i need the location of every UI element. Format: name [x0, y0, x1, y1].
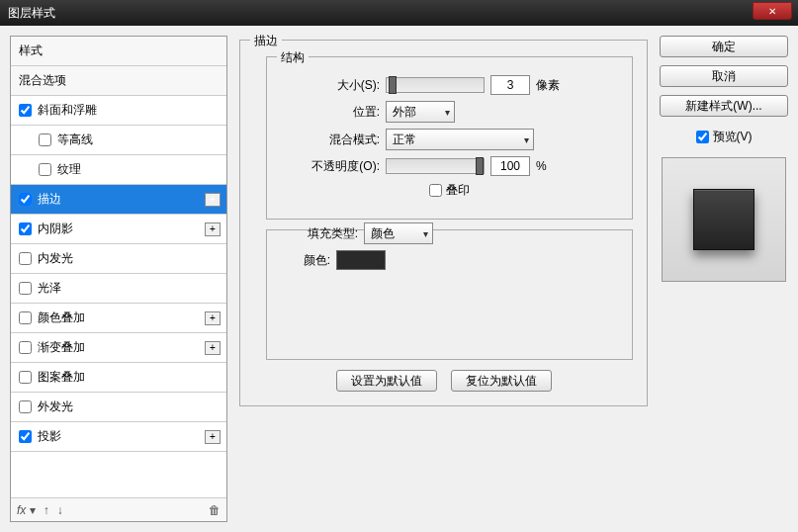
label: 纹理	[57, 161, 81, 178]
label: 斜面和浮雕	[38, 102, 97, 119]
add-icon[interactable]: +	[205, 193, 221, 207]
opacity-unit: %	[536, 159, 547, 173]
opacity-row: 不透明度(O): %	[281, 156, 618, 176]
checkbox[interactable]	[19, 193, 32, 206]
styles-sidebar: 样式 混合选项 斜面和浮雕 等高线 纹理 描边 +	[10, 36, 227, 522]
checkbox[interactable]	[19, 341, 32, 354]
stroke-fieldset: 描边 结构 大小(S): 像素 位置: 外部 混合模式:	[239, 40, 648, 406]
opacity-input[interactable]	[490, 156, 530, 176]
dialog-body: 样式 混合选项 斜面和浮雕 等高线 纹理 描边 +	[0, 26, 798, 532]
size-slider[interactable]	[386, 77, 485, 93]
fx-icon[interactable]: fx ▾	[17, 503, 36, 517]
sidebar-item-styles[interactable]: 样式	[11, 37, 226, 66]
checkbox[interactable]	[19, 104, 32, 117]
opacity-slider[interactable]	[386, 158, 485, 174]
panel-title: 描边	[250, 33, 282, 49]
trash-icon[interactable]: 🗑	[209, 503, 221, 517]
add-icon[interactable]: +	[205, 341, 221, 355]
checkbox[interactable]	[429, 184, 442, 197]
preview-box	[662, 157, 786, 282]
label: 外发光	[38, 399, 73, 415]
structure-fieldset: 结构 大小(S): 像素 位置: 外部 混合模式: 正常	[266, 56, 633, 220]
layer-style-dialog: 图层样式 ✕ 样式 混合选项 斜面和浮雕 等高线 纹理	[0, 0, 798, 532]
fill-fieldset: 填充类型: 颜色 颜色:	[266, 229, 633, 360]
label: 内阴影	[38, 221, 73, 237]
filltype-select[interactable]: 颜色	[364, 222, 433, 244]
label: 内发光	[38, 250, 73, 267]
color-row: 颜色:	[281, 250, 618, 270]
label: 光泽	[38, 280, 61, 297]
color-label: 颜色:	[281, 252, 330, 269]
color-swatch[interactable]	[336, 250, 386, 270]
label: 混合选项	[19, 72, 66, 89]
blend-select[interactable]: 正常	[386, 129, 534, 150]
size-label: 大小(S):	[281, 77, 380, 94]
add-icon[interactable]: +	[205, 311, 221, 325]
up-icon[interactable]: ↑	[44, 503, 49, 517]
sidebar-item-outer-glow[interactable]: 外发光	[11, 393, 226, 422]
sidebar-item-inner-shadow[interactable]: 内阴影 +	[11, 215, 226, 244]
sidebar-item-drop-shadow[interactable]: 投影 +	[11, 422, 226, 452]
label: 等高线	[57, 132, 93, 148]
label: 图案叠加	[38, 369, 85, 386]
ok-button[interactable]: 确定	[660, 36, 788, 57]
sidebar-item-texture[interactable]: 纹理	[11, 155, 226, 185]
close-button[interactable]: ✕	[753, 2, 792, 20]
checkbox[interactable]	[19, 371, 32, 384]
cancel-button[interactable]: 取消	[660, 65, 788, 87]
checkbox[interactable]	[19, 400, 32, 413]
sidebar-item-gradient-overlay[interactable]: 渐变叠加 +	[11, 333, 226, 363]
sidebar-footer: fx ▾ ↑ ↓ 🗑	[11, 497, 226, 521]
checkbox[interactable]	[19, 282, 32, 295]
size-unit: 像素	[536, 77, 560, 94]
label: 描边	[38, 191, 61, 208]
structure-title: 结构	[277, 49, 309, 66]
sidebar-item-bevel[interactable]: 斜面和浮雕	[11, 96, 226, 126]
preview-check[interactable]: 预览(V)	[660, 129, 788, 145]
position-label: 位置:	[281, 104, 380, 121]
sidebar-item-inner-glow[interactable]: 内发光	[11, 244, 226, 274]
checkbox[interactable]	[19, 222, 32, 235]
set-default-button[interactable]: 设置为默认值	[336, 370, 437, 392]
overprint-row: 叠印	[281, 182, 618, 199]
blend-label: 混合模式:	[281, 132, 380, 148]
new-style-button[interactable]: 新建样式(W)...	[660, 95, 788, 117]
checkbox[interactable]	[19, 430, 32, 443]
sidebar-item-pattern-overlay[interactable]: 图案叠加	[11, 363, 226, 393]
checkbox[interactable]	[19, 252, 32, 265]
add-icon[interactable]: +	[205, 430, 221, 444]
label: 样式	[19, 43, 43, 59]
default-buttons: 设置为默认值 复位为默认值	[254, 370, 633, 392]
position-row: 位置: 外部	[281, 101, 618, 123]
checkbox[interactable]	[696, 131, 709, 143]
add-icon[interactable]: +	[205, 222, 221, 236]
label: 颜色叠加	[38, 310, 85, 326]
filltype-row: 填充类型: 颜色	[281, 222, 618, 244]
size-row: 大小(S): 像素	[281, 75, 618, 95]
sidebar-item-blending[interactable]: 混合选项	[11, 66, 226, 96]
checkbox[interactable]	[39, 133, 51, 146]
position-select[interactable]: 外部	[386, 101, 455, 123]
sidebar-item-satin[interactable]: 光泽	[11, 274, 226, 304]
titlebar[interactable]: 图层样式 ✕	[0, 0, 798, 26]
sidebar-item-contour[interactable]: 等高线	[11, 126, 226, 155]
main-panel: 描边 结构 大小(S): 像素 位置: 外部 混合模式:	[239, 36, 648, 522]
blend-row: 混合模式: 正常	[281, 129, 618, 150]
size-input[interactable]	[490, 75, 530, 95]
down-icon[interactable]: ↓	[57, 503, 63, 517]
label: 投影	[38, 428, 61, 445]
opacity-label: 不透明度(O):	[281, 158, 380, 175]
sidebar-item-color-overlay[interactable]: 颜色叠加 +	[11, 304, 226, 333]
sidebar-item-stroke[interactable]: 描边 +	[11, 185, 226, 215]
checkbox[interactable]	[19, 311, 32, 324]
checkbox[interactable]	[39, 163, 51, 176]
reset-default-button[interactable]: 复位为默认值	[451, 370, 552, 392]
preview-swatch	[693, 189, 754, 250]
overprint-check[interactable]: 叠印	[429, 182, 470, 199]
label: 渐变叠加	[38, 339, 85, 356]
filltype-label: 填充类型:	[281, 225, 358, 242]
titlebar-text: 图层样式	[8, 5, 55, 22]
right-column: 确定 取消 新建样式(W)... 预览(V)	[660, 36, 788, 522]
